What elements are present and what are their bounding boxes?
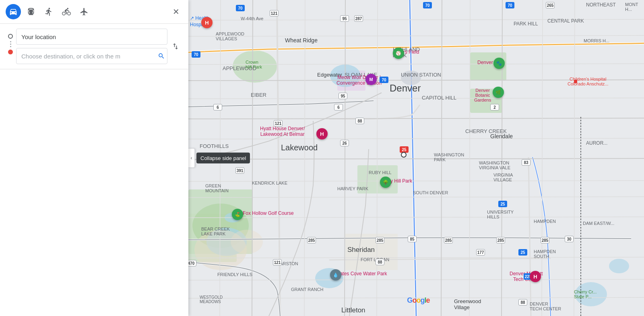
svg-line-24 [188, 138, 644, 139]
transport-transit[interactable] [23, 4, 39, 19]
label-coors: Coors Field [394, 49, 419, 55]
map-area[interactable]: Denver Lakewood Sheridan Littleton Glend… [188, 0, 644, 316]
svg-rect-0 [188, 0, 644, 316]
marker-childrens [574, 80, 577, 83]
close-button[interactable]: ✕ [169, 5, 183, 19]
map-location-dot [401, 152, 407, 158]
svg-rect-17 [345, 234, 398, 270]
label-grant-ranch: GRANT RANCH [291, 287, 323, 292]
label-hampden: HAMPDEN [534, 219, 556, 224]
transport-walking[interactable] [41, 4, 56, 19]
shield-i25-3: 25 [518, 249, 527, 256]
label-foothills: FOOTHILLS [200, 143, 229, 149]
inputs-area [0, 24, 188, 69]
route-dots [5, 29, 16, 54]
google-logo: Google [407, 296, 429, 305]
label-union-station: UNION STATION [401, 72, 441, 78]
label-bear-creek: BEAR CREEKLAKE PARK [201, 227, 230, 236]
swap-button[interactable] [169, 40, 182, 53]
label-capitol-hill: CAPITOL HILL [422, 95, 456, 101]
label-eiber: EIBER [251, 92, 266, 98]
svg-line-38 [469, 0, 470, 316]
svg-line-22 [188, 98, 644, 99]
label-wheat-ridge: Wheat Ridge [285, 37, 318, 44]
svg-point-13 [575, 282, 607, 306]
label-virginia-village: VIRGINIAVILLAGE [493, 173, 513, 182]
svg-line-36 [377, 0, 378, 316]
shield-i70-5: 70 [506, 2, 514, 8]
svg-line-25 [188, 158, 644, 159]
marker-pirates: 💧 [330, 269, 341, 281]
shield-i70-1: 70 [236, 5, 245, 11]
label-botanic: DenverBotanicGardens [474, 88, 491, 102]
label-westgold: WESTGOLDMEADOWS [200, 295, 223, 304]
label-highland: HIGHLANDPARK [393, 46, 420, 58]
transport-cycling[interactable] [59, 4, 74, 19]
svg-line-32 [220, 0, 221, 316]
label-littleton: Littleton [341, 306, 365, 314]
label-cherry-creek: CHERRY CREEK [465, 128, 507, 134]
svg-point-16 [231, 230, 263, 254]
side-panel: ✕ [0, 0, 188, 316]
label-wash-va: WASHINGTONVIRGINIA VALE [479, 160, 510, 170]
shield-265: 265 [546, 2, 555, 8]
svg-point-14 [609, 259, 629, 273]
map-roads [188, 0, 644, 316]
shield-95-2: 95 [339, 93, 347, 99]
transport-flight[interactable] [76, 4, 92, 19]
destination-wrapper [16, 48, 167, 64]
transport-driving[interactable] [6, 4, 21, 19]
svg-line-21 [188, 80, 644, 81]
google-o2: o [416, 296, 420, 304]
marker-zoo: 🐾 [493, 58, 505, 69]
marker-hyatt: H [316, 128, 328, 139]
shield-285-1: 285 [307, 237, 316, 243]
svg-line-27 [188, 197, 644, 198]
label-wash-park: WASHINGTONPARK [434, 152, 464, 162]
google-g2: g [420, 296, 424, 304]
label-w44: W-44th Ave [241, 16, 263, 21]
svg-line-18 [188, 19, 644, 20]
label-edgewater: Edgewater [317, 72, 342, 78]
svg-rect-7 [470, 89, 502, 113]
label-hyatt: Hyatt House Denver/Lakewood At Belmar [260, 126, 305, 137]
label-green-mountain: GREENMOUNTAIN [205, 183, 229, 193]
shield-391: 391 [235, 167, 244, 174]
label-applewoodv: APPLEWOODVILLAGES [216, 31, 244, 41]
svg-line-30 [188, 279, 644, 280]
destination-input[interactable] [16, 48, 167, 64]
label-crown-hill: CrownHill Park [246, 60, 262, 69]
search-button[interactable] [158, 52, 165, 60]
svg-line-34 [304, 0, 305, 316]
svg-line-41 [574, 0, 575, 316]
shield-285-3: 285 [444, 237, 453, 243]
label-central-park: CENTRAL PARK [547, 18, 584, 24]
svg-point-5 [233, 50, 277, 83]
marker-fox-hollow: ⛳ [232, 209, 243, 220]
svg-rect-4 [357, 165, 398, 193]
label-kendrick: KENDRICK LAKE [252, 181, 287, 185]
origin-input[interactable] [16, 29, 167, 45]
svg-line-37 [441, 0, 442, 316]
label-harvey: HARVEY PARK [337, 186, 368, 191]
label-aurora: AUROR... [586, 140, 607, 146]
shield-30: 30 [565, 236, 574, 242]
svg-line-33 [252, 0, 253, 316]
label-denver-zoo: Denver Zoo [477, 60, 503, 65]
origin-dot [8, 34, 13, 39]
google-e: e [426, 296, 429, 304]
svg-point-3 [192, 204, 249, 248]
svg-rect-2 [188, 214, 237, 262]
label-marriott: Denver MarriottTech Center [510, 271, 543, 282]
route-line [10, 41, 11, 47]
label-denver: Denver [390, 83, 421, 94]
svg-point-15 [194, 230, 247, 270]
marker-ruby-hill: 🌳 [380, 177, 391, 188]
origin-wrapper [16, 29, 167, 45]
svg-line-29 [188, 257, 644, 258]
shield-285-2: 285 [376, 237, 384, 243]
svg-point-11 [225, 213, 241, 222]
collapse-side-panel-button[interactable]: ‹ Collapse side panel [188, 148, 195, 168]
marker-health-hospital: H [201, 17, 213, 28]
svg-line-19 [188, 35, 644, 36]
